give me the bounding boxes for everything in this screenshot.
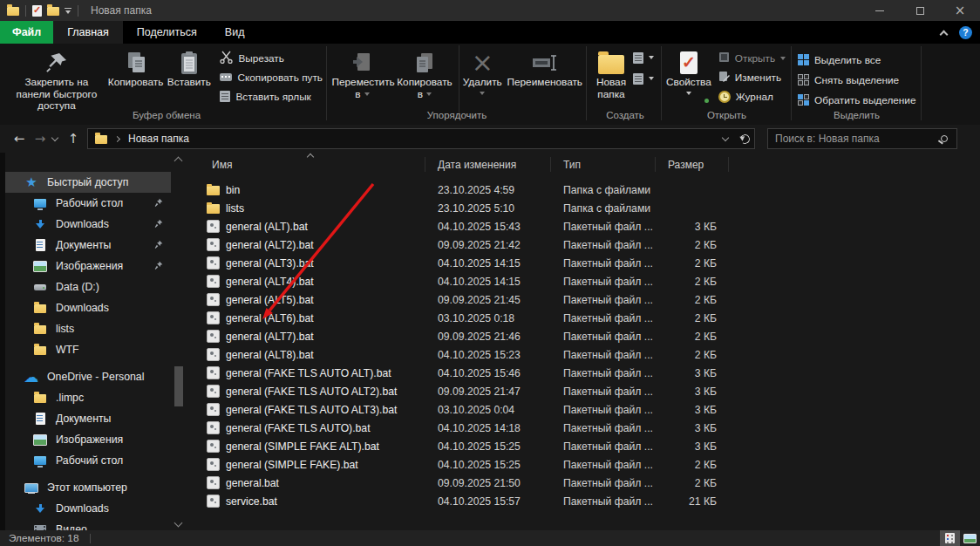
copy-to-button[interactable]: Копировать в	[395, 46, 454, 102]
easy-access-button[interactable]	[633, 72, 654, 85]
table-row[interactable]: general (FAKE TLS AUTO ALT3).bat03.10.20…	[200, 400, 980, 419]
table-row[interactable]: general (ALT).bat04.10.2025 15:43Пакетны…	[200, 217, 980, 235]
sidebar-item[interactable]: Рабочий стол	[0, 193, 171, 214]
delete-button[interactable]: × Удалить	[459, 46, 506, 97]
sidebar-item[interactable]: Быстрый доступ	[0, 172, 171, 193]
address-bar[interactable]: Новая папка	[87, 128, 755, 149]
tab-view[interactable]: Вид	[211, 21, 259, 44]
column-header-date[interactable]: Дата изменения	[425, 153, 551, 176]
column-header-size[interactable]: Размер	[656, 153, 729, 176]
table-row[interactable]: general (SIMPLE FAKE ALT).bat04.10.2025 …	[200, 437, 980, 455]
ribbon: Закрепить на панели быстрого доступа Коп…	[0, 44, 980, 125]
refresh-icon[interactable]	[735, 129, 754, 148]
sidebar-item[interactable]: OneDrive - Personal	[0, 366, 171, 387]
help-icon[interactable]	[959, 26, 972, 39]
scrollbar-thumb[interactable]	[174, 366, 183, 406]
search-input[interactable]	[775, 133, 941, 145]
open-button[interactable]: Открыть	[715, 49, 789, 67]
file-date: 04.10.2025 15:25	[425, 440, 551, 453]
sidebar-item[interactable]: Изображения	[0, 256, 171, 276]
sidebar-item[interactable]: Downloads	[0, 297, 171, 318]
divider	[90, 534, 91, 543]
sidebar-item[interactable]: Data (D:)	[0, 276, 171, 297]
address-dropdown-icon[interactable]	[716, 129, 735, 148]
table-row[interactable]: general (ALT6).bat03.10.2025 0:18Пакетны…	[200, 309, 980, 327]
sidebar-item[interactable]: Downloads	[0, 498, 171, 519]
table-row[interactable]: general.bat09.09.2025 21:50Пакетный файл…	[200, 474, 980, 492]
delete-label: Удалить	[463, 77, 502, 89]
column-header-type[interactable]: Тип	[551, 153, 656, 176]
new-folder-button[interactable]: Новая папка	[589, 46, 633, 102]
delete-icon: ×	[472, 48, 493, 77]
paste-button[interactable]: Вставить	[165, 46, 213, 91]
tab-share[interactable]: Поделиться	[123, 21, 211, 44]
table-row[interactable]: lists23.10.2025 5:10Папка с файлами	[200, 199, 980, 217]
up-icon[interactable]: ↑	[63, 131, 84, 147]
rename-button[interactable]: Переименовать	[506, 46, 584, 91]
details-view-button[interactable]	[940, 530, 960, 546]
sidebar-item[interactable]: Видео	[0, 519, 171, 530]
table-row[interactable]: general (FAKE TLS AUTO ALT2).bat09.09.20…	[200, 382, 980, 400]
table-row[interactable]: general (ALT8).bat04.10.2025 15:23Пакетн…	[200, 345, 980, 364]
breadcrumb[interactable]: Новая папка	[128, 133, 716, 145]
file-type: Пакетный файл ...	[551, 495, 656, 508]
search-icon[interactable]	[941, 135, 948, 142]
minimize-button[interactable]	[860, 0, 900, 21]
tab-file[interactable]: Файл	[0, 21, 53, 44]
sidebar-item[interactable]: WTF	[0, 339, 171, 360]
table-row[interactable]: general (FAKE TLS AUTO ALT).bat04.10.202…	[200, 364, 980, 382]
select-all-button[interactable]: Выделить все	[794, 51, 920, 69]
copy-path-button[interactable]: Скопировать путь	[216, 68, 326, 86]
table-row[interactable]: general (ALT3).bat04.10.2025 14:15Пакетн…	[200, 254, 980, 272]
history-button[interactable]: Журнал	[715, 87, 789, 106]
scrollbar-up-icon[interactable]	[174, 157, 183, 166]
sidebar-item[interactable]: Downloads	[0, 214, 171, 235]
paste-shortcut-button[interactable]: Вставить ярлык	[216, 87, 326, 106]
select-none-button[interactable]: Снять выделение	[794, 71, 920, 89]
sidebar-item[interactable]: Изображения	[0, 429, 171, 450]
collapse-ribbon-icon[interactable]	[940, 30, 949, 38]
status-bar: Элементов: 18	[0, 530, 980, 546]
edit-button[interactable]: Изменить	[715, 68, 789, 86]
forward-icon[interactable]: →	[30, 131, 51, 147]
table-row[interactable]: general (ALT5).bat09.09.2025 21:45Пакетн…	[200, 290, 980, 309]
back-icon[interactable]: ←	[9, 131, 30, 147]
customize-quick-access-toolbar-icon[interactable]	[65, 8, 71, 14]
sidebar-item[interactable]: Рабочий стол	[0, 450, 171, 471]
thumbnails-view-button[interactable]	[960, 530, 980, 546]
pin-to-quick-access-button[interactable]: Закрепить на панели быстрого доступа	[7, 46, 106, 114]
search-box[interactable]	[767, 128, 957, 149]
cut-button[interactable]: Вырезать	[216, 49, 326, 67]
properties-button[interactable]: Свойства	[664, 46, 713, 97]
tab-home[interactable]: Главная	[53, 21, 123, 44]
sidebar-item[interactable]: Этот компьютер	[0, 477, 171, 498]
sidebar-item[interactable]: lists	[0, 318, 171, 339]
scissors-icon	[220, 51, 233, 66]
delete-dropdown-icon[interactable]	[480, 92, 485, 95]
table-row[interactable]: service.bat04.10.2025 15:57Пакетный файл…	[200, 492, 980, 510]
table-row[interactable]: general (ALT7).bat09.09.2025 21:46Пакетн…	[200, 327, 980, 345]
column-header-name[interactable]: Имя	[200, 153, 425, 176]
maximize-button[interactable]	[900, 0, 940, 21]
table-row[interactable]: general (ALT4).bat04.10.2025 14:15Пакетн…	[200, 272, 980, 290]
table-row[interactable]: general (ALT2).bat09.09.2025 21:42Пакетн…	[200, 235, 980, 254]
breadcrumb-chevron-icon[interactable]	[114, 135, 120, 141]
close-button[interactable]: ×	[940, 0, 980, 21]
table-row[interactable]: general (SIMPLE FAKE).bat04.10.2025 15:2…	[200, 455, 980, 474]
properties-label: Свойства	[666, 77, 711, 89]
new-item-button[interactable]	[633, 51, 654, 65]
properties-dropdown-icon[interactable]	[686, 92, 691, 95]
sidebar-item-label: Downloads	[56, 302, 109, 314]
quick-access-new-folder-icon[interactable]	[47, 7, 59, 16]
sidebar-item[interactable]: Документы	[0, 408, 171, 429]
sidebar-item[interactable]: Документы	[0, 235, 171, 256]
sidebar-item[interactable]: .limpc	[0, 387, 171, 408]
copy-button[interactable]: Копировать	[106, 46, 166, 91]
recent-locations-icon[interactable]	[51, 134, 58, 141]
move-to-button[interactable]: Переместить в	[330, 46, 395, 102]
quick-access-properties-icon[interactable]	[32, 5, 42, 17]
table-row[interactable]: general (FAKE TLS AUTO).bat04.10.2025 14…	[200, 419, 980, 437]
file-size: 3 КБ	[656, 440, 729, 453]
table-row[interactable]: bin23.10.2025 4:59Папка с файлами	[200, 181, 980, 199]
invert-selection-button[interactable]: Обратить выделение	[794, 91, 920, 109]
